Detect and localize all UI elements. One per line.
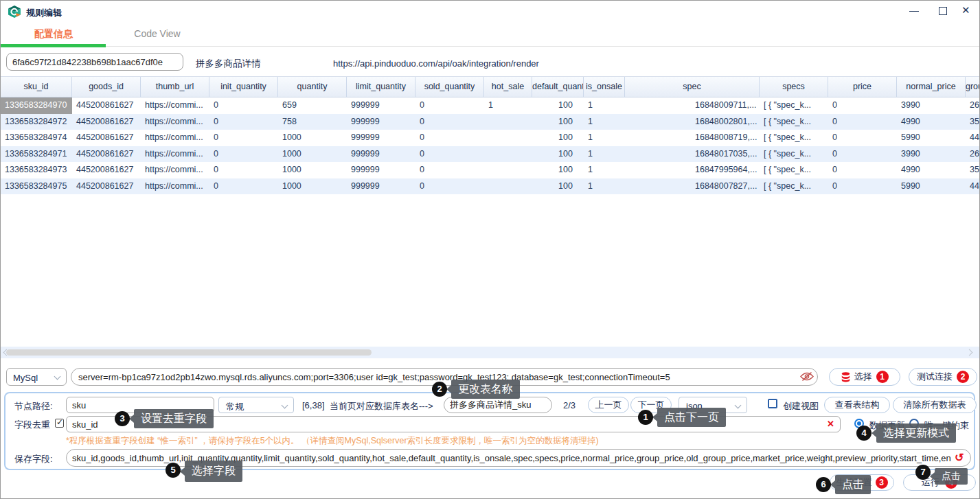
horizontal-scrollbar[interactable] — [1, 347, 980, 358]
table-cell[interactable]: 1 — [584, 130, 625, 146]
table-cell[interactable]: https://commi... — [141, 114, 209, 130]
table-cell[interactable]: 3990 — [897, 97, 966, 114]
column-header-sku_id[interactable]: sku_id — [1, 77, 72, 97]
table-cell[interactable]: 1 — [584, 162, 625, 178]
test-connection-button[interactable]: 测试连接 2 — [909, 368, 977, 386]
table-cell[interactable]: 100 — [532, 146, 584, 163]
table-cell[interactable]: [ { "spec_k... — [760, 97, 828, 114]
clear-dedup-icon[interactable]: ✕ — [827, 419, 834, 429]
table-cell[interactable]: 1000 — [278, 178, 347, 195]
table-cell[interactable]: 35 — [966, 114, 980, 130]
maximize-button[interactable] — [931, 1, 955, 21]
table-cell[interactable]: 16848008719,... — [625, 130, 760, 146]
table-cell[interactable]: 1336583284971 — [1, 146, 72, 163]
table-cell[interactable]: 100 — [532, 97, 584, 114]
dedup-checkbox-checked[interactable] — [55, 419, 64, 428]
close-button[interactable]: ✕ — [955, 1, 979, 21]
table-row[interactable]: 1336583284970445200861627https://commi..… — [1, 97, 980, 114]
table-row[interactable]: 1336583284972445200861627https://commi..… — [1, 114, 980, 130]
table-cell[interactable]: 0 — [415, 146, 484, 163]
reset-fields-icon[interactable]: ↺ — [955, 451, 964, 464]
scroll-right-icon[interactable] — [966, 349, 973, 356]
table-cell[interactable]: 4990 — [897, 162, 966, 178]
table-cell[interactable]: 26 — [966, 146, 980, 163]
table-cell[interactable]: 26 — [966, 97, 980, 114]
table-cell[interactable]: 0 — [209, 97, 278, 114]
table-cell[interactable]: 0 — [828, 178, 897, 195]
table-cell[interactable]: 0 — [828, 162, 897, 178]
scrollbar-thumb[interactable] — [6, 349, 372, 356]
column-header-price[interactable]: price — [828, 77, 897, 97]
table-cell[interactable]: 0 — [415, 97, 484, 114]
table-row[interactable]: 1336583284973445200861627https://commi..… — [1, 162, 980, 178]
column-header-normal_price[interactable]: normal_price — [897, 77, 966, 97]
column-header-is_onsale[interactable]: is_onsale — [584, 77, 625, 97]
table-cell[interactable]: 999999 — [347, 162, 415, 178]
table-cell[interactable]: 999999 — [347, 114, 415, 130]
table-cell[interactable]: 0 — [209, 162, 278, 178]
table-cell[interactable]: 1000 — [278, 146, 347, 163]
column-header-limit_quantity[interactable]: limit_quantity — [347, 77, 415, 97]
column-header-goods_id[interactable]: goods_id — [72, 77, 141, 97]
table-cell[interactable]: 659 — [278, 97, 347, 114]
table-cell[interactable]: 16848002801,... — [625, 114, 760, 130]
table-cell[interactable]: 0 — [209, 130, 278, 146]
table-cell[interactable]: 0 — [415, 162, 484, 178]
column-header-hot_sale[interactable]: hot_sale — [484, 77, 532, 97]
table-row[interactable]: 1336583284974445200861627https://commi..… — [1, 130, 980, 146]
table-cell[interactable] — [484, 130, 532, 146]
table-cell[interactable]: 1336583284970 — [1, 97, 72, 114]
table-cell[interactable]: [ { "spec_k... — [760, 178, 828, 195]
db-type-select[interactable]: MySql — [6, 368, 67, 386]
table-cell[interactable] — [484, 162, 532, 178]
table-cell[interactable]: https://commi... — [141, 97, 209, 114]
table-cell[interactable]: 1000 — [278, 130, 347, 146]
table-row[interactable]: 1336583284971445200861627https://commi..… — [1, 146, 980, 163]
table-cell[interactable]: 445200861627 — [72, 130, 141, 146]
table-cell[interactable]: [ { "spec_k... — [760, 146, 828, 163]
table-cell[interactable]: [ { "spec_k... — [760, 130, 828, 146]
table-cell[interactable]: 1 — [584, 114, 625, 130]
select-database-button[interactable]: 选择 1 — [829, 368, 900, 386]
table-cell[interactable]: 0 — [209, 114, 278, 130]
table-cell[interactable]: 1336583284974 — [1, 130, 72, 146]
table-row[interactable]: 1336583284975445200861627https://commi..… — [1, 178, 980, 195]
column-header-quantity[interactable]: quantity — [278, 77, 347, 97]
create-view-checkbox[interactable] — [768, 399, 777, 408]
table-cell[interactable]: 1336583284975 — [1, 178, 72, 195]
table-cell[interactable]: 445200861627 — [72, 114, 141, 130]
table-cell[interactable]: 0 — [415, 114, 484, 130]
table-cell[interactable]: [ { "spec_k... — [760, 114, 828, 130]
table-cell[interactable]: 0 — [415, 130, 484, 146]
table-cell[interactable]: 0 — [828, 130, 897, 146]
table-cell[interactable]: 1 — [584, 178, 625, 195]
table-cell[interactable]: https://commi... — [141, 130, 209, 146]
table-cell[interactable]: 0 — [209, 178, 278, 195]
table-cell[interactable]: 999999 — [347, 130, 415, 146]
table-cell[interactable]: 100 — [532, 162, 584, 178]
table-cell[interactable]: 100 — [532, 130, 584, 146]
table-cell[interactable] — [484, 114, 532, 130]
mode-select[interactable]: 常规 — [218, 397, 294, 413]
table-cell[interactable]: 44 — [966, 178, 980, 195]
table-cell[interactable]: 16848009711,... — [625, 97, 760, 114]
table-cell[interactable]: 999999 — [347, 97, 415, 114]
column-header-default_quantity[interactable]: default_quantity — [532, 77, 584, 97]
eye-off-icon[interactable] — [800, 371, 814, 382]
table-cell[interactable]: 16847995964,... — [625, 162, 760, 178]
table-cell[interactable]: 1 — [484, 97, 532, 114]
table-cell[interactable] — [484, 178, 532, 195]
table-cell[interactable]: 445200861627 — [72, 178, 141, 195]
table-cell[interactable]: https://commi... — [141, 162, 209, 178]
table-cell[interactable]: 44 — [966, 130, 980, 146]
table-cell[interactable]: 5990 — [897, 130, 966, 146]
column-header-thumb_url[interactable]: thumb_url — [141, 77, 209, 97]
column-header-init_quantity[interactable]: init_quantity — [209, 77, 278, 97]
tab-code-view[interactable]: Code View — [126, 28, 188, 39]
table-cell[interactable]: https://commi... — [141, 146, 209, 163]
table-name-input[interactable] — [444, 397, 552, 413]
view-schema-button[interactable]: 查看表结构 — [824, 397, 890, 413]
table-cell[interactable]: 100 — [532, 178, 584, 195]
table-cell[interactable]: 3990 — [897, 146, 966, 163]
minimize-button[interactable] — [902, 1, 926, 21]
